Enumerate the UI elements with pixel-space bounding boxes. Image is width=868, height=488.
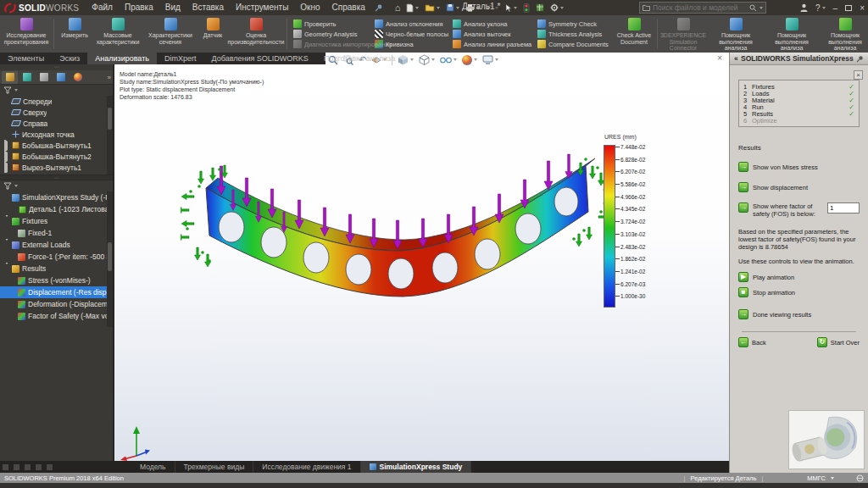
tree-item-origin[interactable]: Исходная точка [0,129,113,140]
ribbon-floxpress-wizard[interactable]: Помощник выполнения анализа FloXpress [765,17,818,51]
done-viewing-button[interactable]: → Done viewing results [738,309,860,319]
hide-show-items-button[interactable] [440,56,457,64]
back-button[interactable]: ← Back [738,337,766,347]
tree-item-top-plane[interactable]: Сверху [0,107,113,118]
sim-item-external-loads[interactable]: External Loads [0,239,113,251]
start-over-button[interactable]: ↻ Start Over [817,337,860,347]
save-button[interactable] [446,3,459,12]
menu-window[interactable]: Окно [294,0,326,15]
tree-filter-row[interactable] [0,85,113,96]
tree-item-boss-extrude1[interactable]: Бобышка-Вытянуть1 [0,140,113,151]
sim-item-fixtures[interactable]: Fixtures [0,215,113,227]
panel-tab-overflow[interactable]: » [108,74,111,81]
green-arrow-icon[interactable]: → [738,202,748,213]
ribbon-verify[interactable]: Проверить [293,19,368,28]
close-button[interactable]: × [860,3,865,13]
search-input[interactable] [653,3,747,12]
viewport-close-icon[interactable]: × [717,54,722,63]
tab-scroll-button[interactable] [25,464,31,470]
tree-item-front-plane[interactable]: Спереди [0,96,113,107]
bottom-tab-model[interactable]: Модель [131,461,175,473]
dimxpertmanager-tab[interactable] [53,71,69,84]
tab-dimxpert[interactable]: DimXpert [157,53,204,64]
ribbon-geometry-analysis[interactable]: Geometry Analysis [293,30,368,38]
ribbon-compare-documents[interactable]: Compare Documents [537,40,610,48]
menu-insert[interactable]: Вставка [186,0,230,15]
rebuild-button[interactable] [523,3,530,13]
tab-features[interactable]: Элементы [0,53,52,64]
bottom-tab-simxpress-study[interactable]: SimulationXpress Study [361,461,472,473]
menu-tools[interactable]: Инструменты [230,0,294,15]
sim-item-displacement[interactable]: Displacement (-Res disp-) [0,286,113,298]
menu-edit[interactable]: Правка [119,0,159,15]
sim-tree-scrollbar[interactable] [107,191,113,327]
pin-icon[interactable] [856,55,864,63]
edit-appearance-button[interactable] [462,55,477,65]
tab-scroll-button[interactable] [36,464,42,470]
ribbon-undercut-analysis[interactable]: Анализ выточек [453,30,531,38]
tree-item-cut-extrude1[interactable]: Вырез-Вытянуть1 [0,162,113,173]
new-document-button[interactable] [406,3,419,13]
menu-view[interactable]: Вид [159,0,186,15]
stop-animation-button[interactable]: ■ Stop animation [738,287,860,297]
sim-item-study[interactable]: SimulationXpress Study (-По умолчанию-) [0,191,113,203]
menu-help[interactable]: Справка [326,0,371,15]
sim-item-stress[interactable]: Stress (-vonMises-) [0,274,113,286]
ribbon-performance[interactable]: Оценка производительности [228,17,284,51]
ribbon-design-study[interactable]: Исследование проектирования [2,17,51,51]
tab-analysis-prep[interactable]: Подготовка анализа [316,53,403,64]
units-selector[interactable]: ММГС [807,474,826,482]
sim-item-deformation[interactable]: Deformation (-Displacement-) [0,298,113,310]
propertymanager-tab[interactable] [19,71,35,84]
ribbon-parting-line-analysis[interactable]: Анализ линии разъема [453,40,531,48]
tab-addins[interactable]: Добавления SOLIDWORKS [204,53,316,64]
select-button[interactable] [504,3,517,13]
bottom-tab-motion-study[interactable]: Исследование движения 1 [253,461,360,473]
show-displacement-button[interactable]: → Show displacement [738,182,860,192]
show-stress-button[interactable]: → Show von Mises stress [738,162,860,172]
ribbon-check-active-document[interactable]: Check Active Document [614,17,654,51]
bottom-tab-3dviews[interactable]: Трехмерные виды [175,461,254,473]
ribbon-dfmxpress-wizard[interactable]: Помощник выполнения анализа DFMXpress [818,17,868,51]
search-icon[interactable] [749,4,757,12]
panel-handle[interactable]: ⋯ [0,64,113,70]
tree-item-boss-extrude2[interactable]: Бобышка-Вытянуть2 [0,151,113,162]
ribbon-simulationxpress-wizard[interactable]: Помощник выполнения анализа SimulationXp… [706,17,765,51]
menu-file[interactable]: Файл [86,0,119,15]
ribbon-section-properties[interactable]: Характеристики сечения [143,17,198,51]
panel-splitter[interactable]: ⋯ [0,175,113,180]
deformed-model[interactable] [181,152,609,318]
tab-scroll-button[interactable] [14,464,19,470]
sim-item-force1[interactable]: Force-1 (:Per item: -500 N:) [0,251,113,263]
ribbon-draft-analysis[interactable]: Анализ уклона [453,19,531,28]
featuremanager-tab[interactable] [2,71,18,84]
feature-tree-scrollbar[interactable] [107,96,113,175]
ribbon-zebra-stripes[interactable]: Черно-белые полосы [375,30,446,38]
tree-item-right-plane[interactable]: Справа [0,118,113,129]
displaymanager-tab[interactable] [70,71,86,84]
status-tag-icon[interactable] [856,474,864,482]
sim-item-results[interactable]: Results [0,263,113,274]
ribbon-mass-properties[interactable]: Массовые характеристики [92,17,143,51]
ribbon-deviation-analysis[interactable]: Анализ отклонения [375,19,446,28]
help-button[interactable]: ? [815,3,826,13]
tab-scroll-button[interactable] [3,464,8,470]
search-box[interactable] [639,2,766,14]
fos-input[interactable] [827,202,860,214]
ribbon-sensor[interactable]: Датчик [198,17,228,51]
tab-sketch[interactable]: Эскиз [52,53,87,64]
view-settings-button[interactable] [482,55,498,64]
display-style-button[interactable] [419,54,435,65]
user-login-icon[interactable] [800,3,808,12]
sim-item-part[interactable]: Деталь1 (-1023 Листовая углеродис [0,203,113,215]
wizard-close-button[interactable]: × [854,70,863,80]
configurationmanager-tab[interactable] [36,71,52,84]
open-button[interactable] [425,3,440,12]
menu-pin-icon[interactable] [375,3,383,12]
ribbon-thickness-analysis[interactable]: Thickness Analysis [537,30,610,38]
play-animation-button[interactable]: ▶ Play animation [738,272,860,282]
ribbon-symmetry-check[interactable]: Symmetry Check [537,19,610,28]
graphics-area[interactable]: ↶ × Model name:Деталь1 Study name:Simula… [114,53,729,461]
restore-button[interactable] [845,5,852,11]
sim-item-fos[interactable]: Factor of Safety (-Max von Mise [0,310,113,322]
